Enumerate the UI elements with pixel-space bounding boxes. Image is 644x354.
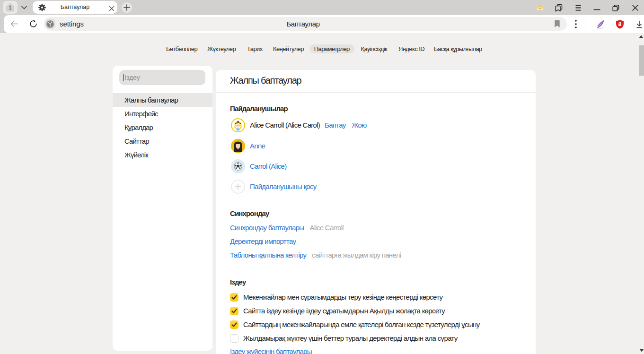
svg-text:1: 1 bbox=[9, 5, 12, 10]
